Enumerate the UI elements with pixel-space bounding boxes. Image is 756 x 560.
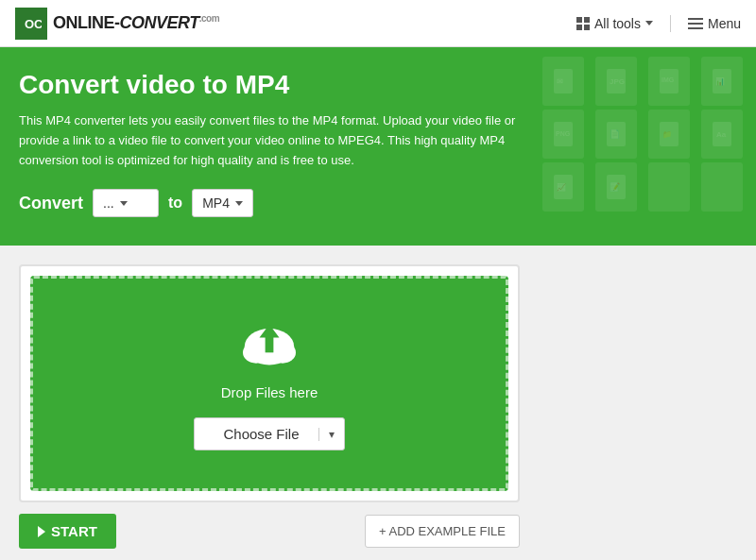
convert-label: Convert <box>19 194 83 213</box>
choose-file-dropdown-icon[interactable]: ▾ <box>318 428 344 441</box>
hamburger-icon <box>688 18 703 29</box>
drop-files-text: Drop Files here <box>221 384 318 400</box>
dropzone[interactable]: Drop Files here Choose File ▾ <box>30 276 508 491</box>
add-example-file-button[interactable]: + ADD EXAMPLE FILE <box>365 515 520 548</box>
deco-icon-6: 📄 <box>595 110 637 159</box>
all-tools-button[interactable]: All tools <box>576 16 653 31</box>
svg-text:Aa: Aa <box>716 130 727 139</box>
deco-icon-11 <box>648 162 690 212</box>
from-format-chevron-icon <box>120 201 128 206</box>
main-content: Drop Files here Choose File ▾ START + AD… <box>0 246 756 560</box>
svg-rect-7 <box>688 23 703 25</box>
start-label: START <box>51 523 97 539</box>
deco-icon-1: ✉ <box>542 57 584 106</box>
deco-icon-3: IMG <box>648 57 690 106</box>
dropzone-wrapper: Drop Files here Choose File ▾ <box>19 264 520 502</box>
svg-text:📄: 📄 <box>610 128 621 140</box>
svg-text:PNG: PNG <box>556 130 571 137</box>
svg-text:📊: 📊 <box>715 76 725 86</box>
svg-rect-8 <box>688 27 703 29</box>
all-tools-chevron-icon <box>645 21 653 25</box>
hero-description: This MP4 converter lets you easily conve… <box>19 111 548 170</box>
svg-rect-5 <box>584 25 590 30</box>
hero-background-icons: ✉ JPG IMG 📊 PNG <box>542 57 747 208</box>
svg-rect-6 <box>688 18 703 20</box>
deco-icon-8: Aa <box>701 110 743 159</box>
svg-rect-4 <box>576 25 582 30</box>
hero-banner: ✉ JPG IMG 📊 PNG <box>0 47 756 246</box>
header: OC ONLINE-CONVERT.com All tools Menu <box>0 0 756 47</box>
nav-divider <box>670 15 671 32</box>
svg-text:JPG: JPG <box>610 77 625 86</box>
deco-icon-4: 📊 <box>701 57 743 106</box>
grid-icon <box>576 17 590 30</box>
add-example-label: + ADD EXAMPLE FILE <box>379 524 506 538</box>
to-format-chevron-icon <box>235 201 243 206</box>
to-format-select[interactable]: MP4 <box>192 189 253 217</box>
svg-text:📈: 📈 <box>557 182 566 192</box>
menu-button[interactable]: Menu <box>688 16 741 31</box>
svg-text:OC: OC <box>25 17 42 31</box>
svg-text:📁: 📁 <box>662 129 672 139</box>
deco-icon-10: 📝 <box>595 162 637 212</box>
deco-icon-5: PNG <box>542 110 584 159</box>
deco-icon-12 <box>701 162 743 212</box>
from-format-select[interactable]: ... <box>93 189 159 217</box>
choose-file-button[interactable]: Choose File ▾ <box>194 417 345 450</box>
logo-area[interactable]: OC ONLINE-CONVERT.com <box>15 8 219 40</box>
upload-icon <box>236 316 302 373</box>
start-chevron-icon <box>38 526 45 537</box>
start-button[interactable]: START <box>19 514 116 549</box>
svg-text:✉: ✉ <box>557 77 563 86</box>
logo-icon: OC <box>15 8 47 40</box>
svg-text:📝: 📝 <box>610 181 621 193</box>
deco-icon-9: 📈 <box>542 162 584 212</box>
svg-text:IMG: IMG <box>662 76 675 83</box>
deco-icon-7: 📁 <box>648 110 690 159</box>
logo-text: ONLINE-CONVERT.com <box>53 13 219 33</box>
choose-file-label: Choose File <box>195 426 318 442</box>
header-nav: All tools Menu <box>576 15 741 32</box>
from-format-value: ... <box>103 195 114 211</box>
to-format-value: MP4 <box>202 195 230 211</box>
deco-icon-2: JPG <box>595 57 637 106</box>
to-label: to <box>168 195 182 212</box>
svg-rect-2 <box>576 17 582 23</box>
bottom-actions: START + ADD EXAMPLE FILE <box>19 514 520 549</box>
svg-rect-3 <box>584 17 590 23</box>
